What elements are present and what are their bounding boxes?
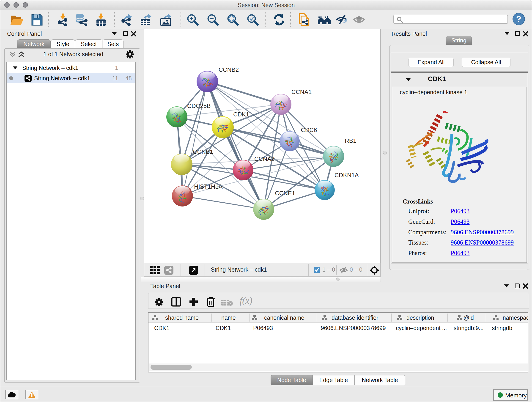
svg-text:CDC25B: CDC25B <box>187 102 211 109</box>
svg-text:CCNA1: CCNA1 <box>291 89 312 95</box>
svg-text:HIST1H1A: HIST1H1A <box>194 183 223 190</box>
svg-text:CDC6: CDC6 <box>301 127 317 133</box>
svg-text:CDKN1A: CDKN1A <box>335 172 359 179</box>
svg-text:CCNB1: CCNB1 <box>193 148 213 155</box>
svg-text:CCNE1: CCNE1 <box>275 190 295 197</box>
svg-text:CCNA2: CCNA2 <box>254 155 274 162</box>
svg-text:CCNB2: CCNB2 <box>219 66 239 73</box>
svg-text:CDK1: CDK1 <box>233 111 249 118</box>
svg-text:RB1: RB1 <box>345 137 356 144</box>
